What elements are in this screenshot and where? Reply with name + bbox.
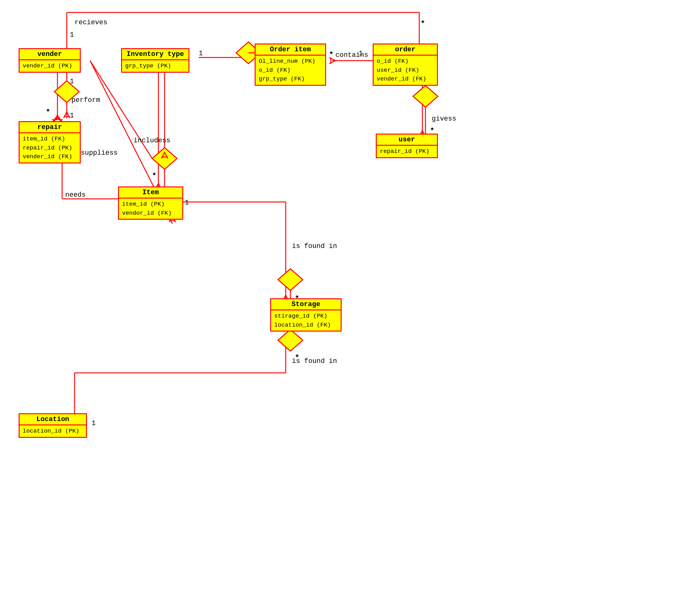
- entity-order-item-title: Order item: [256, 44, 325, 56]
- card-order-recieves-star: ★: [421, 17, 425, 25]
- label-recieves: recieves: [75, 19, 107, 26]
- svg-line-32: [283, 340, 286, 346]
- entity-vender: vender vender_id (PK): [19, 48, 81, 73]
- svg-marker-38: [152, 148, 177, 169]
- entity-storage-attr-1: location_id (FK): [274, 321, 338, 330]
- svg-line-44: [67, 112, 70, 118]
- svg-line-43: [64, 112, 67, 118]
- label-perform: perform: [71, 96, 100, 104]
- card-order-contains-1: 1: [359, 50, 363, 57]
- entity-inventory-type-attr-0: grp_type (PK): [125, 62, 185, 71]
- entity-user-attr-0: repair_id (PK): [380, 147, 434, 156]
- entity-repair-attr-1: repair_id (PK): [23, 144, 77, 152]
- label-needs: needs: [65, 191, 86, 199]
- entity-item-title: Item: [119, 187, 182, 198]
- svg-line-47: [165, 152, 168, 159]
- entity-location-body: location_id (PK): [20, 426, 86, 437]
- entity-inventory-type-title: Inventory type: [122, 49, 189, 60]
- label-givess: givess: [432, 115, 456, 123]
- svg-line-18: [329, 60, 335, 64]
- entity-storage-attr-0: stirage_id (PK): [274, 312, 338, 321]
- entity-repair-attr-2: vender_id (FK): [23, 152, 77, 161]
- entity-order-title: order: [374, 44, 437, 56]
- card-storage-star: ★: [295, 292, 299, 300]
- entity-order-item: Order item Ol_line_num (PK) o_id (FK) gr…: [255, 44, 326, 86]
- label-includess: includess: [133, 137, 171, 145]
- entity-user-body: repair_id (PK): [377, 146, 437, 157]
- entity-repair: repair item_id (FK) repair_id (PK) vende…: [19, 121, 81, 164]
- svg-line-46: [161, 152, 165, 159]
- entity-storage-title: Storage: [271, 299, 341, 310]
- card-order-item-star: ★: [329, 48, 333, 56]
- svg-marker-42: [278, 330, 303, 351]
- entity-user-title: user: [377, 135, 437, 146]
- entity-item: Item item_id (PK) vendor_id (FK): [118, 187, 183, 220]
- entity-location-attr-0: location_id (PK): [23, 427, 83, 436]
- svg-line-17: [329, 57, 335, 60]
- entity-order-attr-2: vender_id (FK): [377, 75, 434, 83]
- er-diagram: vender vender_id (PK) repair item_id (FK…: [0, 0, 700, 605]
- entity-order-item-body: Ol_line_num (PK) o_id (FK) grp_type (FK): [256, 56, 325, 85]
- entity-order-attr-0: o_id (FK): [377, 57, 434, 66]
- entity-order-attr-1: user_id (FK): [377, 66, 434, 75]
- svg-line-4: [54, 115, 57, 121]
- entity-inventory-type: Inventory type grp_type (PK): [121, 48, 190, 73]
- svg-line-66: [248, 57, 255, 64]
- label-suppliess: suppliess: [81, 149, 118, 157]
- label-contains: contains: [335, 51, 368, 59]
- card-vender-recieves-1: 1: [70, 31, 74, 39]
- svg-marker-41: [278, 269, 303, 291]
- entity-repair-body: item_id (FK) repair_id (PK) vender_id (F…: [20, 133, 80, 163]
- card-item-suppliess-star: ★: [152, 169, 156, 178]
- entity-storage: Storage stirage_id (PK) location_id (FK): [270, 298, 342, 332]
- entity-vender-attr-0: vender_id (PK): [23, 62, 77, 71]
- svg-marker-40: [413, 86, 438, 107]
- card-repair-star: ★: [46, 106, 50, 114]
- entity-vender-body: vender_id (PK): [20, 60, 80, 72]
- entity-vender-title: vender: [20, 49, 80, 60]
- entity-order-item-attr-2: grp_type (FK): [259, 75, 322, 83]
- entity-order-item-attr-1: o_id (FK): [259, 66, 322, 75]
- card-storage-bottom-star: ★: [295, 351, 299, 360]
- card-vender-repair-1: 1: [70, 112, 74, 120]
- entity-location: Location location_id (PK): [19, 413, 87, 438]
- label-is-found-in-top: is found in: [292, 242, 337, 250]
- entity-item-attr-0: item_id (PK): [122, 200, 179, 209]
- card-user-star: ★: [430, 124, 434, 133]
- card-inv-type-1: 1: [199, 50, 203, 57]
- entity-inventory-type-body: grp_type (PK): [122, 60, 189, 72]
- svg-line-33: [286, 340, 289, 346]
- entity-user: user repair_id (PK): [376, 134, 438, 158]
- entity-order-item-attr-0: Ol_line_num (PK): [259, 57, 322, 66]
- entity-repair-attr-0: item_id (FK): [23, 135, 77, 144]
- card-item-1: 1: [185, 199, 189, 207]
- svg-line-5: [57, 115, 60, 121]
- card-vender-perform-1: 1: [70, 78, 74, 86]
- entity-order-body: o_id (FK) user_id (FK) vender_id (FK): [374, 56, 437, 85]
- entity-repair-title: repair: [20, 122, 80, 133]
- connectors-svg: [0, 0, 700, 605]
- card-location-1: 1: [92, 419, 96, 427]
- entity-order: order o_id (FK) user_id (FK) vender_id (…: [373, 44, 438, 86]
- entity-location-title: Location: [20, 414, 86, 426]
- entity-item-body: item_id (PK) vendor_id (FK): [119, 198, 182, 219]
- entity-item-attr-1: vendor_id (FK): [122, 209, 179, 218]
- entity-storage-body: stirage_id (PK) location_id (FK): [271, 310, 341, 331]
